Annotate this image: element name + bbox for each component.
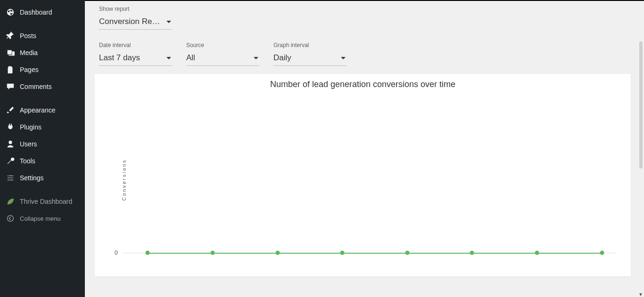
caret-down-icon [166,21,171,23]
sidebar-item-settings[interactable]: Settings [0,169,85,186]
source-label: Source [186,42,259,48]
sidebar-label: Posts [20,32,36,40]
graph-interval-value: Daily [273,53,291,63]
chart-body: Conversions 0 [104,93,621,267]
sidebar-label: Media [20,49,38,56]
pin-icon [6,31,15,40]
collapse-icon [6,214,15,223]
chart-ytick: 0 [115,249,118,256]
sidebar-label: Comments [20,83,52,90]
main-content: Show report Conversion Rep… Date interva… [85,0,644,297]
show-report-value: Conversion Rep… [99,17,160,26]
sidebar-label: Dashboard [20,8,52,16]
chart-plot [123,97,617,253]
sidebar-item-plugins[interactable]: Plugins [0,119,85,136]
chart-point [340,251,345,255]
sidebar-label: Collapse menu [20,215,61,222]
sidebar-item-thrive-dashboard[interactable]: Thrive Dashboard [0,193,85,210]
sidebar-item-dashboard[interactable]: Dashboard [0,4,85,21]
chart-point [470,251,474,255]
chart-point [210,251,215,255]
chart-series-line [148,253,602,254]
chart-point [405,251,409,255]
show-report-select[interactable]: Conversion Rep… [99,15,172,30]
sliders-icon [6,173,15,183]
sidebar-item-pages[interactable]: Pages [0,61,85,78]
sidebar-label: Thrive Dashboard [20,198,72,205]
pages-icon [6,65,15,74]
admin-sidebar: Dashboard Posts Media Pages Commen [0,0,85,297]
user-icon [6,139,15,149]
dashboard-icon [6,8,15,17]
sidebar-item-media[interactable]: Media [0,44,85,61]
svg-point-0 [8,216,14,222]
sidebar-item-comments[interactable]: Comments [0,78,85,95]
sidebar-label: Appearance [20,106,56,114]
sidebar-item-tools[interactable]: Tools [0,153,85,169]
source-value: All [186,53,195,63]
brush-icon [6,105,15,115]
caret-down-icon [166,57,171,59]
chart-card: Number of lead generation conversions ov… [94,73,631,277]
chart-title: Number of lead generation conversions ov… [95,74,631,89]
caret-down-icon [254,57,258,59]
sidebar-item-appearance[interactable]: Appearance [0,102,85,119]
sidebar-label: Settings [20,174,44,182]
caret-down-icon [341,57,346,59]
sidebar-label: Plugins [20,123,41,131]
show-report-label: Show report [99,6,630,12]
date-interval-select[interactable]: Last 7 days [99,51,172,66]
wrench-icon [6,156,15,166]
date-interval-value: Last 7 days [99,53,140,63]
scrollbar-thumb[interactable] [639,41,643,169]
source-select[interactable]: All [186,51,259,66]
chart-point [146,251,150,255]
media-icon [6,48,15,57]
sidebar-label: Tools [20,157,35,165]
chart-point [535,251,539,255]
sidebar-item-collapse-menu[interactable]: Collapse menu [0,210,85,227]
scroll-down-arrow[interactable]: ▼ [638,292,643,297]
chart-point [275,251,280,255]
sidebar-label: Pages [20,66,39,73]
comment-icon [6,82,15,91]
chart-point [600,251,604,255]
graph-interval-label: Graph interval [273,42,347,48]
leaf-icon [6,197,15,206]
date-interval-label: Date interval [99,42,172,48]
sidebar-label: Users [20,140,37,148]
sidebar-item-posts[interactable]: Posts [0,27,85,44]
graph-interval-select[interactable]: Daily [273,51,347,66]
sidebar-item-users[interactable]: Users [0,136,85,153]
plug-icon [6,122,15,132]
